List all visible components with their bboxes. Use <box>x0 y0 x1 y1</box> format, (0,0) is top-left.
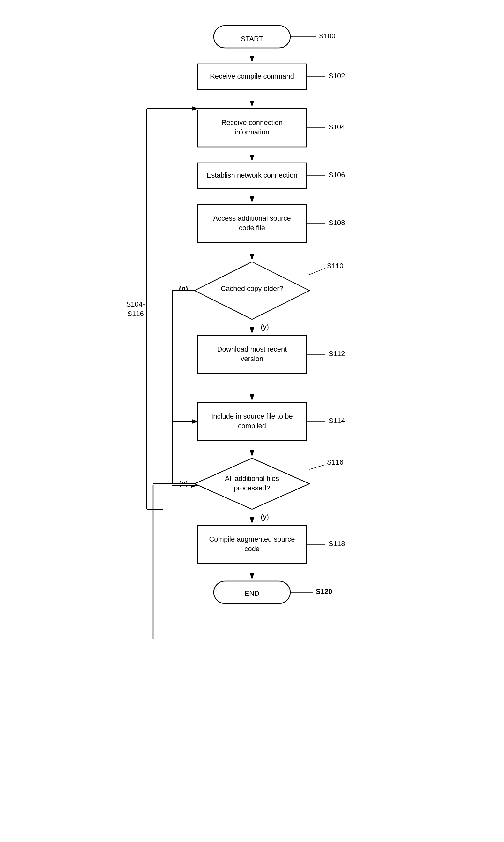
start-label: START <box>241 35 263 43</box>
s104-label-line1: Receive connection <box>221 118 283 126</box>
step-s104: S104 <box>328 123 345 131</box>
step-s106: S106 <box>328 171 345 179</box>
svg-line-19 <box>309 268 325 275</box>
flowchart-container: START S100 Receive compile command S102 … <box>121 13 383 830</box>
s112-label-line2: version <box>241 355 264 363</box>
svg-line-32 <box>309 465 325 469</box>
s102-label: Receive compile command <box>210 72 294 80</box>
step-s102: S102 <box>328 72 345 80</box>
s108-label-line2: code file <box>239 224 265 232</box>
s104-label-line2: information <box>235 128 270 136</box>
step-s112: S112 <box>328 350 345 358</box>
s116-label-line1: All additional files <box>225 475 279 482</box>
s106-label: Establish network connection <box>207 171 298 179</box>
s118-label-line2: code <box>244 545 260 553</box>
s110-label: Cached copy older? <box>221 285 283 292</box>
s110-yes-label: (y) <box>260 323 269 331</box>
bracket-label-line1: S104- <box>126 300 145 308</box>
step-s108: S108 <box>328 219 345 227</box>
s118-label-line1: Compile augmented source <box>209 535 295 543</box>
step-s100: S100 <box>319 32 335 40</box>
step-s116: S116 <box>327 458 343 466</box>
s116-yes-label: (y) <box>260 513 269 521</box>
step-s120: S120 <box>316 587 332 596</box>
s112-label-line1: Download most recent <box>217 345 287 353</box>
s108-label-line1: Access additional source <box>213 214 291 222</box>
bracket-label-line2: S116 <box>127 310 144 318</box>
step-s114: S114 <box>328 417 345 425</box>
step-s118: S118 <box>328 539 345 548</box>
end-label: END <box>245 589 259 597</box>
s116-label-line2: processed? <box>234 484 270 492</box>
s114-label-line2: compiled <box>238 422 266 430</box>
s114-label-line1: Include in source file to be <box>211 412 293 420</box>
step-s110: S110 <box>327 262 343 270</box>
